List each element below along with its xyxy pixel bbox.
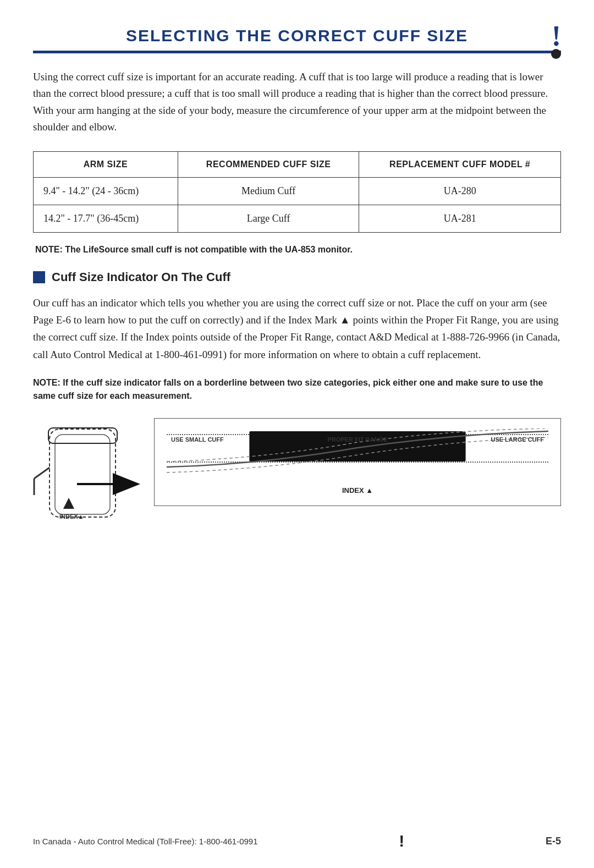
intro-paragraph: Using the correct cuff size is important…: [33, 69, 561, 136]
label-proper-fit-range: PROPER FIT RANGE: [328, 436, 388, 443]
cuff-illustration: INDEX▲: [33, 418, 143, 541]
table-header-row: ARM SIZE RECOMMENDED CUFF SIZE REPLACEME…: [34, 151, 561, 177]
note-borderline: NOTE: If the cuff size indicator falls o…: [33, 376, 561, 403]
svg-marker-5: [63, 498, 74, 509]
svg-rect-1: [55, 435, 110, 514]
arm-size-1: 9.4" - 14.2" (24 - 36cm): [34, 177, 178, 205]
label-index: INDEX ▲: [342, 486, 373, 495]
replacement-model-2: UA-281: [359, 205, 561, 232]
cuff-indicator-description: Our cuff has an indicator which tells yo…: [33, 294, 561, 363]
svg-line-3: [34, 468, 50, 479]
svg-text:INDEX▲: INDEX▲: [59, 513, 84, 520]
page-header: ! SELECTING THE CORRECT CUFF SIZE: [33, 26, 561, 53]
footer-canada-text: In Canada - Auto Control Medical (Toll-F…: [33, 837, 258, 846]
page-number: E-5: [546, 836, 561, 847]
recommended-cuff-2: Large Cuff: [178, 205, 359, 232]
section-heading-text: Cuff Size Indicator On The Cuff: [52, 270, 230, 284]
table-row: 9.4" - 14.2" (24 - 36cm) Medium Cuff UA-…: [34, 177, 561, 205]
indicator-fit-diagram: USE SMALL CUFF PROPER FIT RANGE USE LARG…: [154, 418, 561, 506]
page-footer: In Canada - Auto Control Medical (Toll-F…: [33, 832, 561, 850]
col-header-replacement: REPLACEMENT CUFF MODEL #: [359, 151, 561, 177]
label-use-large-cuff: USE LARGE CUFF: [491, 436, 544, 443]
indicator-inner: USE SMALL CUFF PROPER FIT RANGE USE LARG…: [167, 428, 548, 495]
svg-rect-0: [50, 429, 116, 517]
cuff-diagram-section: INDEX▲ USE SMALL CUFF PROP: [33, 418, 561, 541]
header-exclamation-icon: !: [552, 22, 561, 51]
label-use-small-cuff: USE SMALL CUFF: [171, 436, 224, 443]
cuff-size-table: ARM SIZE RECOMMENDED CUFF SIZE REPLACEME…: [33, 151, 561, 233]
page-title: SELECTING THE CORRECT CUFF SIZE: [33, 26, 561, 48]
note-compatibility: NOTE: The LifeSource small cuff is not c…: [33, 245, 561, 255]
section-heading-cuff-indicator: Cuff Size Indicator On The Cuff: [33, 270, 561, 284]
col-header-arm-size: ARM SIZE: [34, 151, 178, 177]
heading-square-icon: [33, 271, 45, 283]
col-header-recommended: RECOMMENDED CUFF SIZE: [178, 151, 359, 177]
svg-marker-7: [113, 473, 140, 495]
replacement-model-1: UA-280: [359, 177, 561, 205]
footer-exclamation-icon: !: [399, 832, 404, 850]
table-row: 14.2" - 17.7" (36-45cm) Large Cuff UA-28…: [34, 205, 561, 232]
arm-size-2: 14.2" - 17.7" (36-45cm): [34, 205, 178, 232]
header-divider: [33, 51, 561, 53]
recommended-cuff-1: Medium Cuff: [178, 177, 359, 205]
